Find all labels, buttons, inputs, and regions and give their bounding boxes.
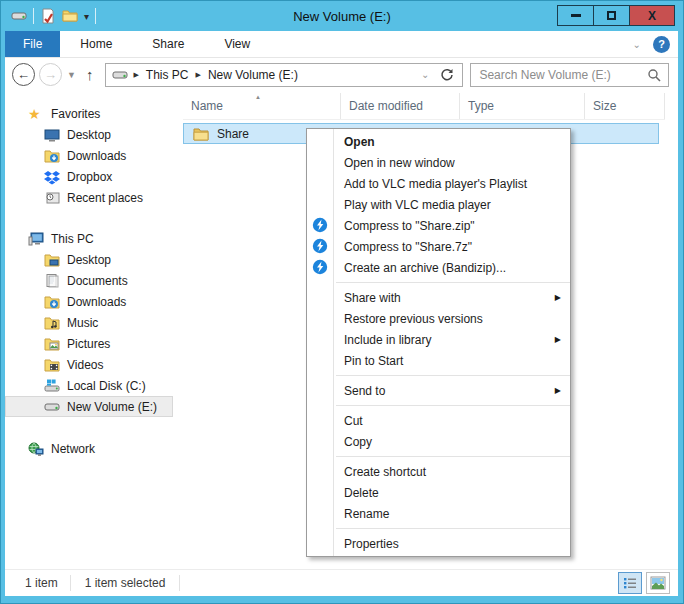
menu-item-compress-7z[interactable]: Compress to "Share.7z" [307,236,570,257]
sidebar-item-recent-places[interactable]: Recent places [5,187,173,208]
menu-item-create-shortcut[interactable]: Create shortcut [307,461,570,482]
menu-item-compress-zip[interactable]: Compress to "Share.zip" [307,215,570,236]
bandizip-icon [312,238,328,254]
tab-share[interactable]: Share [132,31,204,57]
sidebar-item-dropbox[interactable]: Dropbox [5,166,173,187]
menu-item-properties[interactable]: Properties [307,533,570,554]
address-dropdown-chevron-icon[interactable]: ⌄ [421,69,429,80]
menu-separator [336,375,570,376]
column-header-date-modified[interactable]: Date modified [341,93,460,119]
minimize-button[interactable] [557,5,594,26]
search-box[interactable] [470,63,669,87]
maximize-button[interactable] [593,5,630,26]
details-view-button[interactable] [618,572,642,594]
breadcrumb-this-pc[interactable]: This PC [144,68,191,82]
this-pc-icon [28,231,44,247]
properties-icon[interactable] [40,8,56,24]
menu-item-open-in-new-window[interactable]: Open in new window [307,152,570,173]
help-icon[interactable]: ? [653,36,670,53]
up-button[interactable]: ↑ [86,66,94,83]
menu-item-copy[interactable]: Copy [307,431,570,452]
sidebar-item-pc-desktop[interactable]: Desktop [5,249,173,270]
drive-window-icon [11,8,27,24]
status-separator [179,575,180,591]
tab-view[interactable]: View [204,31,270,57]
breadcrumb-arrow-icon[interactable]: ▶ [128,71,143,79]
navigation-bar: ← → ▼ ↑ ▶ This PC ▶ New Volume (E:) ⌄ [5,58,678,91]
thumbnail-view-button[interactable] [646,572,670,594]
desktop-icon [44,127,60,143]
menu-item-share-with[interactable]: Share with▶ [307,287,570,308]
back-button[interactable]: ← [12,63,35,86]
menu-separator [336,282,570,283]
menu-item-open[interactable]: Open [307,131,570,152]
address-bar[interactable]: ▶ This PC ▶ New Volume (E:) ⌄ [105,63,463,87]
selected-count: 1 item selected [71,576,180,590]
folder-icon [193,126,209,142]
menu-item-restore-previous-versions[interactable]: Restore previous versions [307,308,570,329]
view-switcher [618,572,678,594]
close-button[interactable]: X [629,5,675,26]
downloads-folder-icon [44,148,60,164]
search-icon[interactable] [646,67,662,83]
menu-item-cut[interactable]: Cut [307,410,570,431]
toolbar-separator [95,8,96,24]
expand-ribbon-chevron-icon[interactable]: ⌄ [633,39,641,50]
menu-item-rename[interactable]: Rename [307,503,570,524]
menu-item-include-in-library[interactable]: Include in library▶ [307,329,570,350]
menu-item-create-archive-bandizip[interactable]: Create an archive (Bandizip)... [307,257,570,278]
drive-icon [112,67,128,83]
sidebar-item-pictures[interactable]: Pictures [5,333,173,354]
submenu-arrow-icon: ▶ [555,335,561,344]
menu-item-send-to[interactable]: Send to▶ [307,380,570,401]
local-disk-icon [44,378,60,394]
submenu-arrow-icon: ▶ [555,386,561,395]
downloads-folder-icon [44,294,60,310]
sidebar-item-desktop[interactable]: Desktop [5,124,173,145]
documents-icon [44,273,60,289]
pictures-folder-icon [44,336,60,352]
ribbon-tab-bar: File Home Share View ⌄ ? [5,31,678,58]
menu-item-delete[interactable]: Delete [307,482,570,503]
menu-item-pin-to-start[interactable]: Pin to Start [307,350,570,371]
new-volume-drive-icon [44,399,60,415]
window-controls: X [558,5,675,26]
sidebar-item-local-disk-c[interactable]: Local Disk (C:) [5,375,173,396]
close-icon: X [648,9,656,23]
refresh-icon[interactable] [439,67,455,83]
sort-ascending-icon: ▲ [255,94,261,100]
forward-button[interactable]: → [39,63,62,86]
favorites-star-icon: ★ [28,106,44,122]
search-input[interactable] [471,68,646,82]
new-folder-icon[interactable] [62,8,78,24]
tab-file[interactable]: File [5,31,60,57]
sidebar-item-new-volume-e[interactable]: New Volume (E:) [5,396,173,417]
context-menu: Open Open in new window Add to VLC media… [306,128,571,557]
sidebar-item-music[interactable]: Music [5,312,173,333]
breadcrumb-new-volume[interactable]: New Volume (E:) [206,68,300,82]
menu-item-play-with-vlc[interactable]: Play with VLC media player [307,194,570,215]
sidebar-item-downloads[interactable]: Downloads [5,145,173,166]
header-divider [183,119,665,120]
menu-item-add-to-vlc-playlist[interactable]: Add to VLC media player's Playlist [307,173,570,194]
recent-locations-chevron-icon[interactable]: ▼ [67,70,76,80]
sidebar-item-documents[interactable]: Documents [5,270,173,291]
tab-home[interactable]: Home [60,31,132,57]
menu-separator [336,405,570,406]
navigation-pane: ★ Favorites Desktop Downloads Dropbox Re… [5,91,173,569]
column-header-size[interactable]: Size [585,93,665,119]
maximize-icon [607,11,616,20]
sidebar-item-favorites[interactable]: ★ Favorites [5,103,173,124]
music-folder-icon [44,315,60,331]
sidebar-spacer [5,208,173,228]
sidebar-item-videos[interactable]: Videos [5,354,173,375]
thumbnail-view-icon [650,576,666,590]
sidebar-item-pc-downloads[interactable]: Downloads [5,291,173,312]
column-header-name[interactable]: Name ▲ [183,93,341,119]
breadcrumb-arrow-icon[interactable]: ▶ [191,71,206,79]
customize-toolbar-chevron-icon[interactable]: ▾ [84,11,89,22]
sidebar-item-network[interactable]: Network [5,438,173,459]
desktop-folder-icon [44,252,60,268]
sidebar-item-this-pc[interactable]: This PC [5,228,173,249]
column-header-type[interactable]: Type [460,93,585,119]
